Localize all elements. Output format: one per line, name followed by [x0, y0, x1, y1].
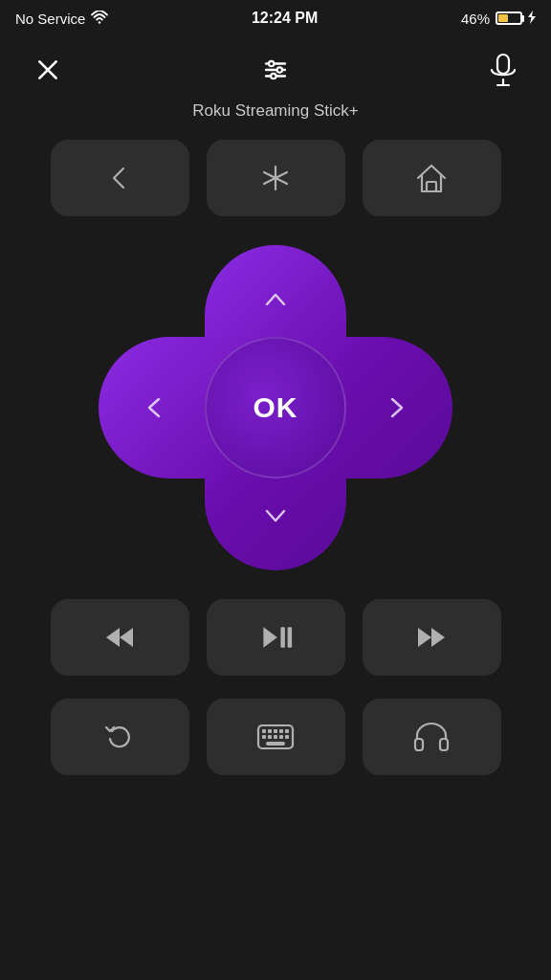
svg-rect-31: [268, 735, 272, 739]
headphones-button[interactable]: [363, 699, 501, 775]
dpad-right-button[interactable]: [353, 337, 439, 479]
header: [0, 34, 551, 101]
svg-rect-29: [285, 729, 289, 733]
svg-marker-23: [418, 628, 431, 647]
asterisk-button[interactable]: [207, 140, 345, 216]
status-bar: No Service 12:24 PM 46%: [0, 0, 551, 34]
play-pause-button[interactable]: [207, 599, 345, 676]
keyboard-button[interactable]: [207, 699, 345, 775]
replay-button[interactable]: [51, 699, 189, 775]
dpad: OK: [99, 245, 452, 570]
dpad-ok-button[interactable]: OK: [205, 337, 346, 479]
svg-rect-32: [274, 735, 277, 739]
device-name: Roku Streaming Stick+: [0, 101, 551, 130]
home-button[interactable]: [363, 140, 501, 216]
back-button[interactable]: [51, 140, 189, 216]
svg-rect-26: [268, 729, 272, 733]
no-service-text: No Service: [15, 11, 85, 27]
svg-marker-22: [431, 628, 445, 647]
svg-rect-33: [279, 735, 283, 739]
top-buttons-row: [0, 130, 551, 235]
svg-rect-35: [266, 742, 285, 746]
svg-point-9: [271, 74, 276, 78]
svg-marker-18: [120, 628, 133, 647]
svg-rect-21: [288, 627, 293, 648]
svg-marker-1: [528, 11, 536, 24]
lightning-icon: [528, 11, 536, 27]
status-left: No Service: [15, 11, 108, 27]
dpad-ok-label: OK: [253, 391, 298, 424]
status-right: 46%: [461, 11, 536, 27]
svg-rect-28: [279, 729, 283, 733]
svg-marker-17: [106, 628, 120, 647]
svg-rect-34: [285, 735, 289, 739]
battery-percent: 46%: [461, 11, 490, 27]
fast-forward-button[interactable]: [363, 599, 501, 676]
svg-rect-30: [262, 735, 266, 739]
svg-point-7: [269, 61, 274, 66]
settings-button[interactable]: [254, 49, 297, 91]
dpad-down-button[interactable]: [205, 477, 346, 553]
svg-rect-25: [262, 729, 266, 733]
mic-button[interactable]: [482, 49, 524, 91]
dpad-container: OK: [0, 235, 551, 590]
svg-rect-37: [440, 739, 448, 750]
svg-rect-16: [427, 182, 436, 191]
battery-icon: [496, 11, 522, 25]
svg-rect-20: [280, 627, 285, 648]
svg-point-0: [99, 21, 100, 23]
status-time: 12:24 PM: [252, 10, 318, 27]
media-buttons-row: [0, 590, 551, 689]
dpad-left-button[interactable]: [112, 337, 198, 479]
close-button[interactable]: [27, 49, 69, 91]
svg-rect-10: [497, 55, 509, 74]
dpad-up-button[interactable]: [205, 262, 346, 339]
svg-rect-36: [415, 739, 423, 750]
rewind-button[interactable]: [51, 599, 189, 676]
svg-rect-27: [274, 729, 277, 733]
bottom-buttons-row: [0, 689, 551, 789]
wifi-icon: [91, 11, 108, 27]
svg-point-8: [277, 67, 282, 72]
svg-marker-19: [263, 627, 276, 648]
